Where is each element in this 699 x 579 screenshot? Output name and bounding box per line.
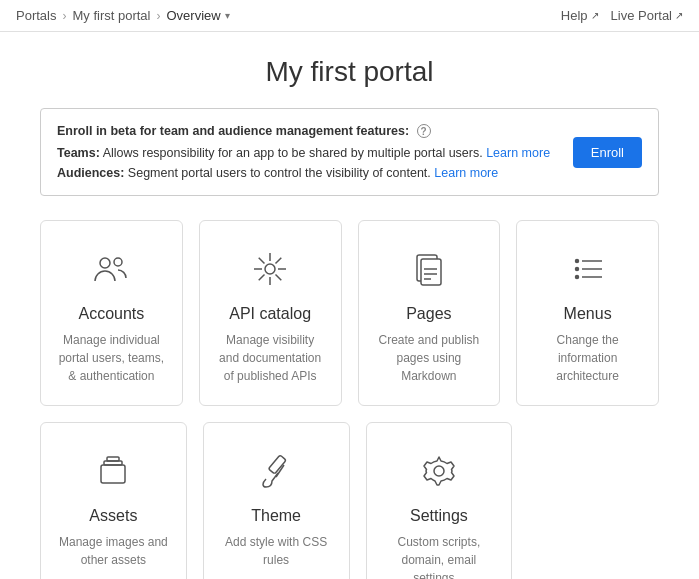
pages-title: Pages: [406, 305, 451, 323]
accounts-card[interactable]: Accounts Manage individual portal users,…: [40, 220, 183, 406]
svg-line-8: [276, 275, 282, 281]
audiences-learn-more-link[interactable]: Learn more: [434, 166, 498, 180]
pages-card[interactable]: Pages Create and publish pages using Mar…: [358, 220, 501, 406]
assets-desc: Manage images and other assets: [57, 533, 170, 569]
svg-point-2: [265, 264, 275, 274]
svg-point-27: [434, 466, 444, 476]
api-catalog-desc: Manage visibility and documentation of p…: [216, 331, 325, 385]
beta-notice-text: Enroll in beta for team and audience man…: [57, 121, 557, 183]
assets-icon: [89, 447, 137, 495]
svg-rect-25: [269, 455, 287, 474]
pages-icon: [405, 245, 453, 293]
menus-title: Menus: [564, 305, 612, 323]
theme-desc: Add style with CSS rules: [220, 533, 333, 569]
accounts-title: Accounts: [78, 305, 144, 323]
svg-point-0: [100, 258, 110, 268]
help-link[interactable]: Help ↗: [561, 8, 599, 23]
pages-desc: Create and publish pages using Markdown: [375, 331, 484, 385]
teams-line: Teams: Allows responsibility for an app …: [57, 143, 557, 163]
api-catalog-icon: [246, 245, 294, 293]
external-link-icon: ↗: [591, 10, 599, 21]
theme-title: Theme: [251, 507, 301, 525]
svg-line-9: [276, 258, 282, 264]
dropdown-arrow-icon[interactable]: ▾: [225, 10, 230, 21]
svg-point-21: [575, 276, 578, 279]
menus-icon: [564, 245, 612, 293]
settings-title: Settings: [410, 507, 468, 525]
current-page: Overview ▾: [166, 8, 229, 23]
svg-point-20: [575, 268, 578, 271]
sep2: ›: [156, 9, 160, 23]
svg-point-1: [114, 258, 122, 266]
menus-desc: Change the information architecture: [533, 331, 642, 385]
audiences-line: Audiences: Segment portal users to contr…: [57, 163, 557, 183]
settings-icon: [415, 447, 463, 495]
page-title: My first portal: [40, 56, 659, 88]
svg-line-10: [259, 275, 265, 281]
svg-rect-12: [421, 259, 441, 285]
svg-rect-24: [107, 457, 119, 461]
accounts-icon: [87, 245, 135, 293]
accounts-desc: Manage individual portal users, teams, &…: [57, 331, 166, 385]
settings-card[interactable]: Settings Custom scripts, domain, email s…: [366, 422, 513, 579]
live-portal-link[interactable]: Live Portal ↗: [611, 8, 683, 23]
beta-title: Enroll in beta for team and audience man…: [57, 121, 557, 141]
settings-desc: Custom scripts, domain, email settings..…: [383, 533, 496, 579]
api-catalog-title: API catalog: [229, 305, 311, 323]
nav-links: Help ↗ Live Portal ↗: [561, 8, 683, 23]
main-content: My first portal Enroll in beta for team …: [0, 32, 699, 579]
cards-row-2: Assets Manage images and other assets Th…: [40, 422, 512, 579]
sep1: ›: [62, 9, 66, 23]
theme-card[interactable]: Theme Add style with CSS rules: [203, 422, 350, 579]
menus-card[interactable]: Menus Change the information architectur…: [516, 220, 659, 406]
cards-section: Accounts Manage individual portal users,…: [40, 220, 659, 579]
breadcrumb: Portals › My first portal › Overview ▾: [16, 8, 230, 23]
external-link-icon-2: ↗: [675, 10, 683, 21]
svg-rect-22: [101, 465, 125, 483]
portal-name-link[interactable]: My first portal: [72, 8, 150, 23]
theme-icon: [252, 447, 300, 495]
portals-link[interactable]: Portals: [16, 8, 56, 23]
nav-bar: Portals › My first portal › Overview ▾ H…: [0, 0, 699, 32]
beta-notice: Enroll in beta for team and audience man…: [40, 108, 659, 196]
teams-learn-more-link[interactable]: Learn more: [486, 146, 550, 160]
cards-row-1: Accounts Manage individual portal users,…: [40, 220, 659, 406]
svg-line-7: [259, 258, 265, 264]
assets-title: Assets: [89, 507, 137, 525]
svg-point-19: [575, 260, 578, 263]
api-catalog-card[interactable]: API catalog Manage visibility and docume…: [199, 220, 342, 406]
help-tooltip-icon[interactable]: ?: [417, 124, 431, 138]
enroll-button[interactable]: Enroll: [573, 137, 642, 168]
assets-card[interactable]: Assets Manage images and other assets: [40, 422, 187, 579]
